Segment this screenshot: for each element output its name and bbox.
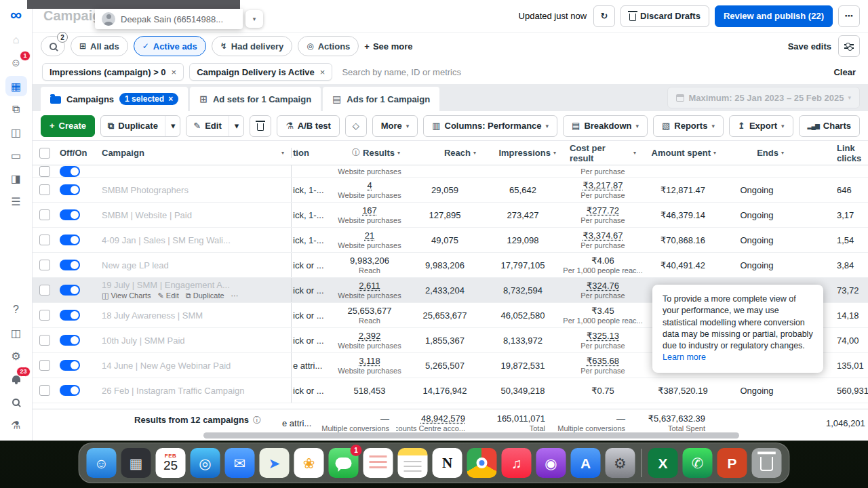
dock-finder[interactable]: ☺ <box>87 448 117 478</box>
campaign-name-cell[interactable]: 19 July | SMM | Engagement A...◫ View Ch… <box>95 278 292 302</box>
audiences-icon[interactable]: ◫ <box>5 122 27 142</box>
dock-trash[interactable] <box>752 448 782 478</box>
row-action[interactable]: ⋯ <box>231 291 239 300</box>
row-checkbox[interactable] <box>39 166 50 177</box>
dock-maps[interactable]: ➤ <box>260 448 290 478</box>
account-overview-icon[interactable]: ☺1 <box>5 53 27 73</box>
campaign-name-cell[interactable]: 10th July | SMM Paid <box>95 328 292 352</box>
dock-mail[interactable]: ✉ <box>225 448 255 478</box>
tab-adsets[interactable]: ⊞ Ad sets for 1 Campaign <box>190 87 321 111</box>
campaign-toggle[interactable] <box>60 235 80 245</box>
col-link-clicks[interactable]: Link clicks <box>791 143 868 163</box>
refresh-button[interactable]: ↻ <box>593 5 615 27</box>
col-off-on[interactable]: Off/On <box>53 148 95 158</box>
campaign-name-cell[interactable]: 4-09 Jan | Sales | SM Eng Wali... <box>95 228 292 252</box>
campaign-toggle[interactable] <box>60 385 80 396</box>
row-checkbox[interactable] <box>39 335 50 346</box>
campaign-name-cell[interactable]: SMBM Photographers <box>95 178 292 202</box>
dock-app-store[interactable]: A <box>571 448 601 478</box>
filter-pill-all-ads[interactable]: ⊞All ads <box>71 36 128 56</box>
row-checkbox[interactable] <box>39 235 50 245</box>
dock-messages[interactable]: 1 <box>329 448 359 478</box>
settings-gear-icon[interactable]: ⚙ <box>5 346 27 366</box>
reports-button[interactable]: ▧Reports▾ <box>653 115 724 137</box>
filter-pill-had-delivery[interactable]: ↯Had delivery <box>212 36 292 56</box>
account-caret-button[interactable]: ▾ <box>245 10 263 28</box>
export-button[interactable]: ↥Export▾ <box>729 115 793 137</box>
edit-menu-caret[interactable]: ▾ <box>229 116 245 136</box>
campaign-toggle[interactable] <box>60 335 80 346</box>
dock-powerpoint[interactable]: P <box>717 448 747 478</box>
campaign-toggle[interactable] <box>60 166 80 177</box>
filter-settings-button[interactable] <box>838 35 860 57</box>
dock-excel[interactable]: X <box>648 448 678 478</box>
remove-chip-icon[interactable]: × <box>320 67 326 77</box>
tab-campaigns[interactable]: Campaigns 1 selected× <box>41 87 188 111</box>
dock-reminders[interactable] <box>363 448 393 478</box>
col-campaign[interactable]: Campaign▾ <box>95 148 292 158</box>
ab-test-button[interactable]: ⚗A/B test <box>277 115 340 137</box>
campaign-toggle[interactable] <box>60 260 80 270</box>
save-edits-button[interactable]: Save edits <box>788 41 831 52</box>
campaign-toggle[interactable] <box>60 184 80 195</box>
breakdown-button[interactable]: ▤Breakdown▾ <box>563 115 648 137</box>
all-tools-icon[interactable]: ☰ <box>5 191 27 211</box>
col-cost-per-result[interactable]: Cost per result▾ <box>563 143 643 163</box>
filter-chip[interactable]: Campaign Delivery is Active× <box>189 63 332 81</box>
dock-system-settings[interactable]: ⚙ <box>606 448 635 478</box>
dock-photos[interactable]: ❀ <box>294 448 324 478</box>
duplicate-menu-caret[interactable]: ▾ <box>165 116 180 136</box>
more-options-button[interactable]: ⋯ <box>838 5 860 27</box>
see-more-button[interactable]: +See more <box>364 41 412 52</box>
ads-reporting-icon[interactable]: ⧉ <box>5 99 27 119</box>
learn-more-link[interactable]: Learn more <box>663 352 706 362</box>
dock-podcasts[interactable]: ◉ <box>536 448 566 478</box>
labs-flask-icon[interactable]: ⚗ <box>5 415 27 435</box>
home-icon[interactable]: ⌂ <box>5 30 27 50</box>
col-impressions[interactable]: Impressions▾ <box>483 148 563 158</box>
review-publish-button[interactable]: Review and publish (22) <box>715 5 833 27</box>
filter-pill-active-ads[interactable]: ✓Active ads <box>134 36 206 56</box>
row-action[interactable]: ⧉ Duplicate <box>186 291 224 300</box>
row-checkbox[interactable] <box>39 209 50 220</box>
campaign-name-cell[interactable]: 14 June | New Age Webinar Paid <box>95 353 292 378</box>
col-ends[interactable]: Ends▾ <box>723 148 791 158</box>
widgets-icon[interactable]: ◫ <box>5 323 27 343</box>
filter-pill-actions[interactable]: ◎Actions <box>298 36 359 56</box>
close-icon[interactable]: × <box>168 94 173 104</box>
dock-safari[interactable]: ◎ <box>191 448 220 478</box>
clear-filters-button[interactable]: Clear <box>833 67 856 77</box>
campaign-name-cell[interactable]: 26 Feb | Instagram Traffic Campaign <box>95 378 292 403</box>
col-amount-spent[interactable]: Amount spent▾ <box>643 148 723 158</box>
account-option[interactable]: Deepak Sain (66514988... <box>95 9 243 29</box>
dock-chrome[interactable] <box>467 448 497 478</box>
duplicate-button[interactable]: ⧉Duplicate ▾ <box>100 115 180 137</box>
discard-drafts-button[interactable]: Discard Drafts <box>620 5 709 27</box>
campaigns-icon[interactable]: ▦ <box>5 76 27 96</box>
dock-music[interactable]: ♫ <box>502 448 532 478</box>
date-range-picker[interactable]: Maximum: 25 Jan 2023 – 25 Feb 2025 ▾ <box>667 87 860 108</box>
col-attribution[interactable]: tion <box>292 148 332 158</box>
search-filter-button[interactable]: 2 <box>41 36 65 56</box>
row-checkbox[interactable] <box>39 360 50 371</box>
help-icon[interactable]: ? <box>5 300 27 320</box>
columns-button[interactable]: ▥Columns: Performance▾ <box>423 115 557 137</box>
row-action[interactable]: ◫ View Charts <box>102 291 151 300</box>
charts-button[interactable]: ▂▄▆Charts <box>799 115 860 137</box>
row-checkbox[interactable] <box>39 310 50 321</box>
more-menu-button[interactable]: More▾ <box>372 115 418 137</box>
campaign-toggle[interactable] <box>60 310 80 321</box>
dock-notes[interactable] <box>398 448 428 478</box>
billing-icon[interactable]: ▭ <box>5 145 27 165</box>
delete-button[interactable] <box>250 115 271 137</box>
edit-button[interactable]: ✎Edit ▾ <box>186 115 244 137</box>
dock-whatsapp[interactable]: ✆ <box>683 448 713 478</box>
campaign-name-cell[interactable]: New age LP lead <box>95 253 292 277</box>
campaign-name-cell[interactable] <box>95 165 292 177</box>
campaign-toggle[interactable] <box>60 285 80 296</box>
select-all-checkbox[interactable] <box>39 148 50 159</box>
meta-logo-icon[interactable]: ∞ <box>10 7 22 23</box>
row-action[interactable]: ✎ Edit <box>158 291 179 300</box>
dock-launchpad[interactable]: ▦ <box>121 448 151 478</box>
campaign-toggle[interactable] <box>60 360 80 371</box>
